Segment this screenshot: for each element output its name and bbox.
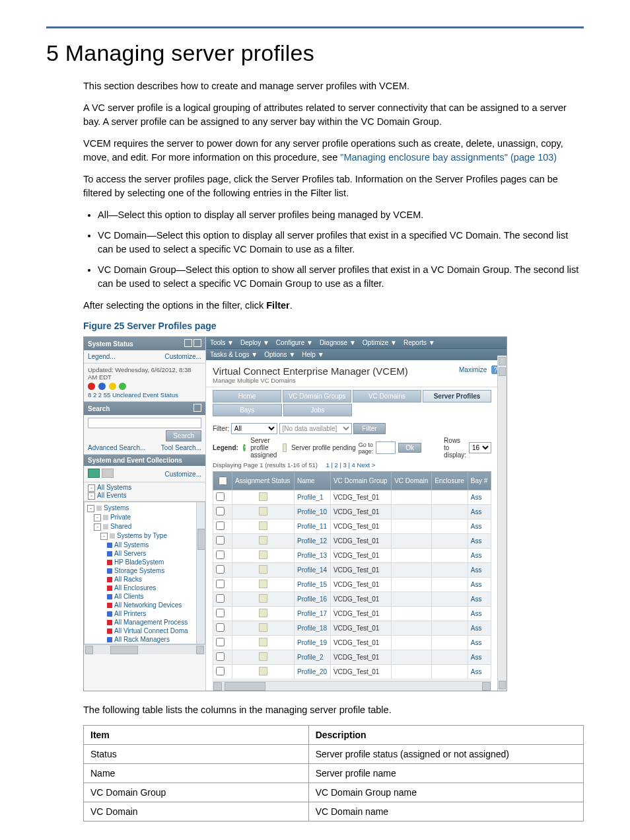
menu-item[interactable]: Reports ▼ [403, 339, 435, 346]
grid-header[interactable] [213, 472, 232, 490]
table-row[interactable]: Profile_16VCDG_Test_01Ass [213, 592, 491, 607]
tree-expand-icon[interactable]: - [94, 514, 101, 521]
table-row[interactable]: Profile_19VCDG_Test_01Ass [213, 636, 491, 650]
grid-header[interactable]: Bay # [468, 472, 491, 490]
link-managing-enclosure-bay[interactable]: "Managing enclosure bay assignments" (pa… [340, 152, 557, 163]
tree-item-label[interactable]: Private [110, 514, 131, 521]
table-row[interactable]: Profile_1VCDG_Test_01Ass [213, 490, 491, 505]
tree-item-label[interactable]: HP BladeSystem [114, 558, 164, 566]
content-vertical-scrollbar[interactable] [497, 356, 507, 691]
tree-item-label[interactable]: All Enclosures [114, 584, 156, 592]
status-minor-icon[interactable] [109, 383, 116, 390]
filter-button[interactable]: Filter [353, 423, 385, 434]
row-checkbox[interactable] [216, 492, 225, 501]
grid-horizontal-scrollbar[interactable] [213, 681, 491, 691]
panel-controls-icon[interactable] [183, 339, 201, 348]
menu-item[interactable]: Options ▼ [264, 351, 295, 358]
all-systems-link[interactable]: All Systems [97, 484, 131, 491]
row-checkbox[interactable] [216, 638, 225, 646]
row-checkbox[interactable] [216, 623, 225, 632]
cell-name[interactable]: Profile_15 [294, 578, 330, 592]
menu-item[interactable]: Help ▼ [302, 351, 324, 358]
tool-search-link[interactable]: Tool Search... [161, 444, 201, 451]
tree-item-label[interactable]: All Racks [114, 576, 142, 583]
goto-page-input[interactable] [376, 441, 396, 454]
table-row[interactable]: Profile_12VCDG_Test_01Ass [213, 534, 491, 549]
tree-expand-icon[interactable]: - [94, 523, 101, 531]
table-row[interactable]: Profile_13VCDG_Test_01Ass [213, 549, 491, 563]
cell-name[interactable]: Profile_14 [294, 563, 330, 578]
table-row[interactable]: Profile_11VCDG_Test_01Ass [213, 519, 491, 534]
customize-collections-link[interactable]: Customize... [164, 471, 201, 478]
tab-vc-domains[interactable]: VC Domains [353, 390, 421, 402]
menu-item[interactable]: Diagnose ▼ [320, 339, 356, 346]
row-checkbox[interactable] [216, 580, 225, 588]
grid-header[interactable]: VC Domain Group [330, 472, 391, 490]
tree-item-label[interactable]: All Virtual Connect Doma [114, 627, 188, 634]
tree-item-label[interactable]: All Servers [114, 550, 146, 557]
status-major-icon[interactable] [98, 383, 106, 390]
uncleared-event-status[interactable]: 8 2 2 55 Uncleared Event Status [88, 391, 201, 399]
menu-item[interactable]: Configure ▼ [276, 339, 313, 346]
search-button[interactable]: Search [166, 430, 201, 441]
legend-link[interactable]: Legend... [88, 353, 116, 360]
table-row[interactable]: Profile_20VCDG_Test_01Ass [213, 665, 491, 679]
table-row[interactable]: Profile_14VCDG_Test_01Ass [213, 563, 491, 578]
tree-item-label[interactable]: Systems by Type [117, 532, 167, 539]
row-checkbox[interactable] [216, 521, 225, 530]
row-checkbox[interactable] [216, 609, 225, 617]
table-row[interactable]: Profile_17VCDG_Test_01Ass [213, 607, 491, 621]
row-checkbox[interactable] [216, 551, 225, 559]
cell-name[interactable]: Profile_16 [294, 592, 330, 607]
cell-name[interactable]: Profile_1 [294, 490, 330, 505]
maximize-link[interactable]: Maximize [459, 366, 487, 373]
tree-expand-icon[interactable]: - [100, 533, 108, 540]
cell-name[interactable]: Profile_18 [294, 621, 330, 636]
cell-name[interactable]: Profile_11 [294, 519, 330, 534]
table-row[interactable]: Profile_10VCDG_Test_01Ass [213, 505, 491, 519]
cell-name[interactable]: Profile_19 [294, 636, 330, 650]
all-events-link[interactable]: All Events [97, 492, 126, 499]
rows-to-display-select[interactable]: 16 [469, 442, 491, 453]
row-checkbox[interactable] [216, 507, 225, 515]
tab-home[interactable]: Home [213, 390, 281, 402]
cell-name[interactable]: Profile_20 [294, 665, 330, 679]
tree-vertical-scrollbar[interactable] [196, 502, 205, 644]
cell-name[interactable]: Profile_13 [294, 549, 330, 563]
select-all-checkbox[interactable] [219, 477, 227, 485]
row-checkbox[interactable] [216, 594, 225, 603]
tree-item-label[interactable]: All Clients [114, 593, 143, 600]
tree-item-label[interactable]: All Management Process [114, 619, 188, 626]
tree-horizontal-scrollbar[interactable] [84, 644, 205, 654]
expand-all-icon[interactable] [88, 469, 100, 478]
menu-item[interactable]: Tools ▼ [210, 339, 234, 346]
row-checkbox[interactable] [216, 536, 225, 545]
status-normal-icon[interactable] [119, 383, 126, 390]
tab-vc-domain-groups[interactable]: VC Domain Groups [283, 390, 351, 402]
collections-tree[interactable]: -Systems-Private-Shared-Systems by TypeA… [84, 502, 205, 644]
status-critical-icon[interactable] [88, 383, 95, 390]
table-row[interactable]: Profile_18VCDG_Test_01Ass [213, 621, 491, 636]
tab-bays[interactable]: Bays [213, 404, 282, 416]
menu-item[interactable]: Tasks & Logs ▼ [210, 351, 258, 358]
grid-header[interactable]: VC Domain [392, 472, 432, 490]
cell-name[interactable]: Profile_10 [294, 505, 330, 519]
search-input[interactable] [88, 418, 201, 428]
table-row[interactable]: Profile_2VCDG_Test_01Ass [213, 650, 491, 665]
menu-item[interactable]: Deploy ▼ [240, 339, 269, 346]
menu-item[interactable]: Optimize ▼ [363, 339, 397, 346]
tree-item-label[interactable]: All Rack Managers [114, 636, 170, 643]
tree-item-label[interactable]: All Printers [114, 610, 146, 617]
customize-link[interactable]: Customize... [164, 353, 201, 360]
cell-name[interactable]: Profile_2 [294, 650, 330, 665]
paging-links[interactable]: 1 | 2 | 3 | 4 Next > [326, 461, 376, 469]
row-checkbox[interactable] [216, 652, 225, 661]
tree-item-label[interactable]: All Systems [114, 541, 149, 549]
cell-name[interactable]: Profile_12 [294, 534, 330, 549]
filter-select-primary[interactable]: All [231, 423, 277, 434]
grid-header[interactable]: Name [294, 472, 330, 490]
filter-select-secondary[interactable]: [No data available] [279, 423, 352, 434]
ok-button[interactable]: Ok [398, 443, 421, 453]
advanced-search-link[interactable]: Advanced Search... [88, 444, 145, 451]
row-checkbox[interactable] [216, 667, 225, 675]
